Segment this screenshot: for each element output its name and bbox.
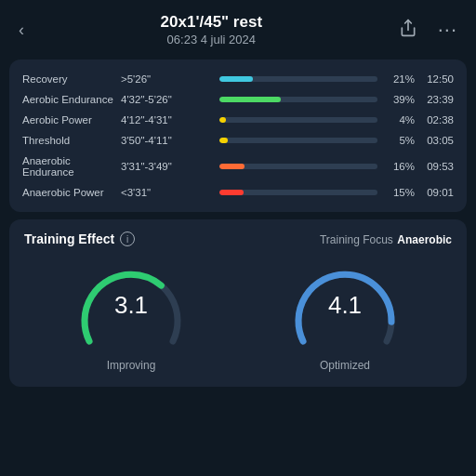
zone-bar-container [219,117,377,123]
zone-row: Threshold 3'50"-4'11" 5% 03:05 [22,130,454,151]
training-header: Training Effect i Training Focus Anaerob… [24,231,452,247]
anaerobic-gauge: 4.1 Optimized [289,262,401,372]
training-header-left: Training Effect i [24,231,135,246]
zone-range: >5'26" [121,73,210,85]
zone-bar-container [219,164,377,169]
anaerobic-gauge-wrapper: 4.1 [289,262,401,355]
zone-pct: 4% [387,114,415,126]
zone-pct: 39% [387,94,415,105]
zone-row: Aerobic Power 4'12"-4'31" 4% 02:38 [22,110,454,130]
zone-pct: 15% [387,187,415,198]
aerobic-gauge: 3.1 Improving [75,262,187,372]
zone-bar [219,97,281,102]
zone-bar [219,117,226,123]
zone-name: Aerobic Power [22,114,115,126]
zone-range: 4'12"-4'31" [121,114,210,126]
training-focus: Training Focus Anaerobic [320,231,452,247]
zone-bar-container [219,76,377,82]
training-focus-label: Training Focus [320,233,393,246]
zone-time: 09:01 [420,187,454,198]
training-section: Training Effect i Training Focus Anaerob… [9,219,467,387]
zone-row: Recovery >5'26" 21% 12:50 [22,69,454,89]
aerobic-label: Improving [107,359,156,372]
zone-bar-container [219,97,377,102]
zone-bar-container [219,190,377,195]
info-icon[interactable]: i [120,231,135,246]
zone-time: 03:05 [420,135,454,146]
zone-time: 02:38 [420,114,454,126]
zone-row: Anaerobic Power <3'31" 15% 09:01 [22,182,454,203]
anaerobic-label: Optimized [320,359,370,372]
zone-bar-container [219,138,377,143]
zone-bar [219,76,253,82]
zone-bar [219,138,228,143]
zone-pct: 5% [387,135,415,146]
workout-title: 20x1'/45" rest [28,13,395,32]
back-button[interactable]: ‹ [15,17,28,44]
zone-name: Recovery [22,73,115,85]
header-icons-right: ··· [395,14,461,46]
aerobic-gauge-wrapper: 3.1 [75,262,187,355]
zone-range: 4'32"-5'26" [121,94,210,105]
zone-name: Anaerobic Endurance [22,155,115,178]
zone-name: Aerobic Endurance [22,94,115,105]
zone-bar [219,190,244,195]
zone-row: Aerobic Endurance 4'32"-5'26" 39% 23:39 [22,89,454,110]
zone-name: Anaerobic Power [22,187,115,198]
anaerobic-value: 4.1 [328,291,362,320]
zone-time: 12:50 [420,73,454,85]
zone-pct: 21% [387,73,415,85]
zone-time: 23:39 [420,94,454,105]
header: ‹ 20x1'/45" rest 06:23 4 juli 2024 ··· [0,0,476,52]
header-center: 20x1'/45" rest 06:23 4 juli 2024 [28,13,395,46]
zone-bar [219,164,245,169]
zone-pct: 16% [387,161,415,172]
zones-section: Recovery >5'26" 21% 12:50 Aerobic Endura… [9,60,467,212]
zone-name: Threshold [22,135,115,146]
aerobic-value: 3.1 [114,291,148,320]
zone-range: 3'50"-4'11" [121,135,210,146]
training-effect-title: Training Effect [24,231,114,246]
gauges: 3.1 Improving 4.1 Optimized [24,257,452,372]
workout-date: 06:23 4 juli 2024 [28,33,395,46]
zone-range: <3'31" [121,187,210,198]
share-button[interactable] [395,15,421,46]
zone-time: 09:53 [420,161,454,172]
training-focus-value: Anaerobic [397,233,452,246]
zone-row: Anaerobic Endurance 3'31"-3'49" 16% 09:5… [22,151,454,182]
zone-range: 3'31"-3'49" [121,161,210,172]
more-button[interactable]: ··· [434,14,461,46]
